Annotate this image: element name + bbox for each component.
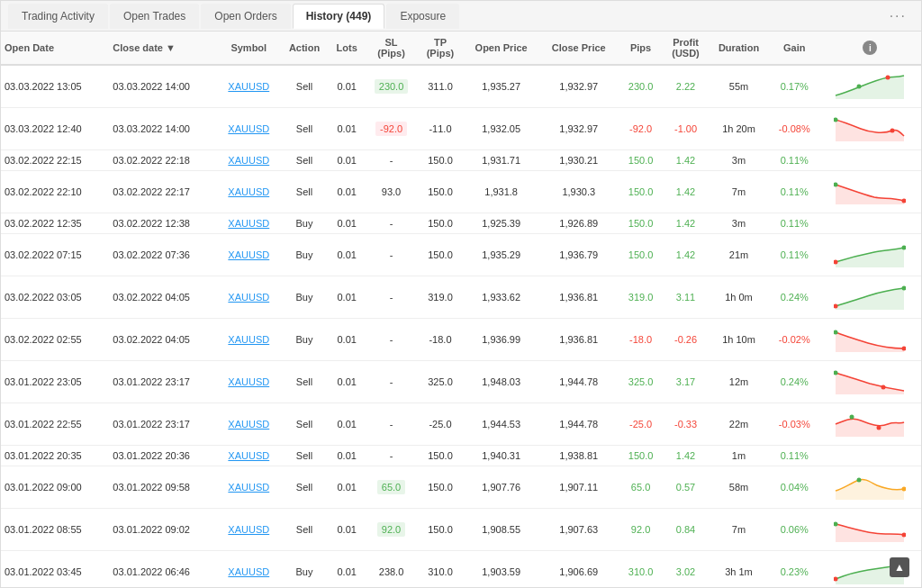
cell-close-date: 03.01.2022 23:17 [109,403,217,446]
cell-close-date: 03.03.2022 14:00 [109,65,217,108]
cell-gain: 0.24% [770,361,819,403]
cell-tp: 310.0 [418,551,463,589]
cell-tp: 150.0 [418,213,463,234]
cell-pips: 150.0 [618,234,663,276]
cell-pips: 230.0 [618,65,663,108]
cell-close-price: 1,932.97 [539,65,618,108]
cell-symbol[interactable]: XAUUSD [218,108,280,150]
cell-action: Sell [280,466,329,509]
cell-open-date: 03.02.2022 22:15 [1,150,109,171]
cell-open-price: 1,907.76 [463,466,539,509]
cell-symbol[interactable]: XAUUSD [218,150,280,171]
cell-profit: 1.42 [664,150,709,171]
cell-open-date: 03.02.2022 03:05 [1,276,109,319]
cell-symbol[interactable]: XAUUSD [218,551,280,589]
cell-lots: 0.01 [329,446,365,466]
cell-symbol[interactable]: XAUUSD [218,361,280,403]
cell-chart [819,466,921,509]
cell-chart [819,276,921,319]
cell-open-price: 1,935.27 [463,65,539,108]
table-row: 03.01.2022 03:45 03.01.2022 06:46 XAUUSD… [1,551,921,589]
cell-symbol[interactable]: XAUUSD [218,234,280,276]
cell-symbol[interactable]: XAUUSD [218,276,280,319]
cell-profit: -0.26 [664,319,709,361]
cell-close-price: 1,932.97 [539,108,618,150]
tab-more-button[interactable]: ··· [882,5,914,28]
cell-sl: - [365,361,418,403]
info-icon[interactable]: i [863,41,877,55]
cell-symbol[interactable]: XAUUSD [218,213,280,234]
cell-open-date: 03.02.2022 22:10 [1,171,109,213]
tab-history[interactable]: History (449) [293,4,385,29]
cell-duration: 1h 20m [708,108,769,150]
table-row: 03.03.2022 13:05 03.03.2022 14:00 XAUUSD… [1,65,921,108]
cell-open-price: 1,903.59 [463,551,539,589]
cell-action: Buy [280,319,329,361]
cell-tp: -18.0 [418,319,463,361]
cell-profit: 1.42 [664,213,709,234]
tab-open-trades[interactable]: Open Trades [110,4,199,29]
cell-close-date: 03.02.2022 22:18 [109,150,217,171]
cell-lots: 0.01 [329,150,365,171]
svg-point-1 [886,76,890,80]
tab-bar: Trading Activity Open Trades Open Orders… [1,1,921,32]
cell-close-price: 1,930.21 [539,150,618,171]
history-table: Open Date Close date ▼ Symbol Action Lot… [1,32,921,588]
cell-symbol[interactable]: XAUUSD [218,466,280,509]
cell-pips: -18.0 [618,319,663,361]
tab-trading-activity[interactable]: Trading Activity [8,4,108,29]
cell-sl: - [365,276,418,319]
cell-duration: 7m [708,509,769,551]
table-row: 03.01.2022 22:55 03.01.2022 23:17 XAUUSD… [1,403,921,446]
col-close-date[interactable]: Close date ▼ [109,32,217,65]
cell-close-date: 03.01.2022 06:46 [109,551,217,589]
cell-action: Buy [280,213,329,234]
cell-sl: 230.0 [365,65,418,108]
cell-chart [819,108,921,150]
cell-open-date: 03.01.2022 20:35 [1,446,109,466]
scroll-to-bottom-button[interactable]: ▲ [890,557,909,577]
cell-gain: 0.06% [770,509,819,551]
cell-pips: 150.0 [618,213,663,234]
tab-exposure[interactable]: Exposure [386,4,459,29]
table-container[interactable]: Open Date Close date ▼ Symbol Action Lot… [1,32,921,588]
cell-lots: 0.01 [329,466,365,509]
cell-symbol[interactable]: XAUUSD [218,171,280,213]
table-row: 03.02.2022 12:35 03.02.2022 12:38 XAUUSD… [1,213,921,234]
col-lots: Lots [329,32,365,65]
cell-duration: 12m [708,361,769,403]
cell-sl: - [365,446,418,466]
cell-symbol[interactable]: XAUUSD [218,509,280,551]
cell-symbol[interactable]: XAUUSD [218,403,280,446]
cell-gain: 0.11% [770,234,819,276]
cell-action: Sell [280,509,329,551]
cell-open-date: 03.03.2022 12:40 [1,108,109,150]
cell-close-date: 03.01.2022 09:02 [109,509,217,551]
tab-open-orders[interactable]: Open Orders [201,4,290,29]
cell-lots: 0.01 [329,403,365,446]
cell-chart [819,234,921,276]
cell-duration: 58m [708,466,769,509]
cell-profit: 3.17 [664,361,709,403]
cell-action: Buy [280,276,329,319]
cell-symbol[interactable]: XAUUSD [218,319,280,361]
cell-lots: 0.01 [329,108,365,150]
cell-pips: 92.0 [618,509,663,551]
cell-symbol[interactable]: XAUUSD [218,65,280,108]
cell-open-date: 03.02.2022 12:35 [1,213,109,234]
cell-lots: 0.01 [329,65,365,108]
cell-action: Sell [280,361,329,403]
svg-point-13 [881,385,886,390]
cell-close-price: 1,936.79 [539,234,618,276]
app-container: Trading Activity Open Trades Open Orders… [0,0,922,588]
cell-tp: 311.0 [418,65,463,108]
table-header-row: Open Date Close date ▼ Symbol Action Lot… [1,32,921,65]
col-pips: Pips [618,32,663,65]
cell-gain: -0.03% [770,403,819,446]
cell-close-price: 1,926.89 [539,213,618,234]
col-open-date: Open Date [1,32,109,65]
cell-gain: 0.11% [770,150,819,171]
cell-close-price: 1,930.3 [539,171,618,213]
cell-chart [819,213,921,234]
cell-symbol[interactable]: XAUUSD [218,446,280,466]
